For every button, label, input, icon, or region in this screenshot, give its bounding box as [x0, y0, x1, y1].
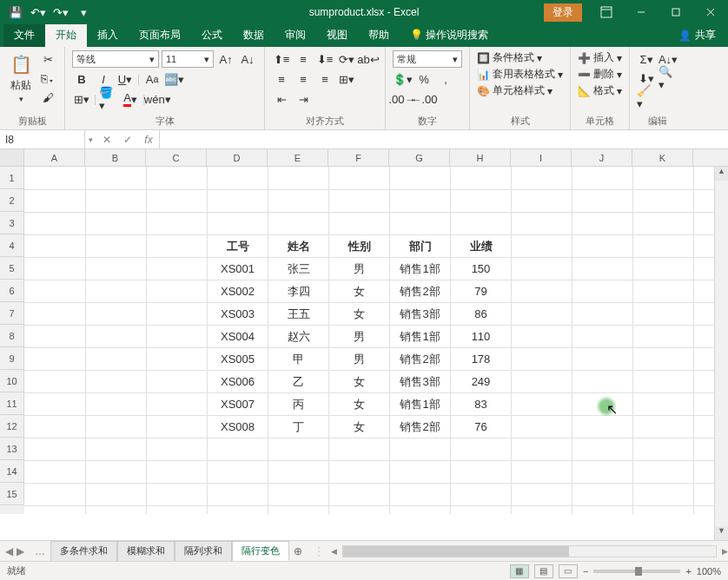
copy-icon[interactable]: ⎘▾	[38, 69, 57, 87]
decrease-decimal-icon[interactable]: ←.00	[414, 90, 433, 108]
grow-font-icon[interactable]: A↑	[216, 50, 235, 68]
autosum-icon[interactable]: Σ▾	[637, 50, 656, 68]
tab-split-handle[interactable]: ⋮	[307, 545, 331, 557]
share-button[interactable]: 👤共享	[666, 23, 728, 47]
redo-icon[interactable]: ↷▾	[54, 5, 68, 19]
add-sheet-button[interactable]: ⊕	[289, 545, 307, 557]
login-button[interactable]: 登录	[544, 3, 582, 22]
sheet-tab-overflow-icon[interactable]: …	[30, 545, 50, 557]
page-layout-view-icon[interactable]: ▤	[534, 564, 553, 578]
conditional-formatting-button[interactable]: 🔲条件格式 ▾	[477, 50, 542, 65]
vertical-scrollbar[interactable]: ▲ ▼	[714, 167, 728, 540]
number-format-select[interactable]: 常规▾	[393, 50, 462, 68]
table-header[interactable]: 性别	[329, 235, 390, 258]
fx-icon[interactable]: fx	[138, 130, 159, 149]
table-cell[interactable]: 86	[451, 303, 512, 326]
phonetic-icon[interactable]: 🔤▾	[164, 70, 183, 88]
table-cell[interactable]: 79	[451, 280, 512, 303]
formula-enter-icon[interactable]: ✓	[117, 130, 138, 149]
column-header[interactable]: G	[389, 149, 450, 166]
table-cell[interactable]: XS005	[208, 348, 268, 371]
format-cells-button[interactable]: 📐格式 ▾	[578, 83, 622, 98]
formula-cancel-icon[interactable]: ✕	[96, 130, 117, 149]
table-cell[interactable]: XS002	[208, 280, 268, 303]
table-cell[interactable]: 销售3部	[390, 303, 451, 326]
column-header[interactable]: H	[450, 149, 511, 166]
table-cell[interactable]: 销售2部	[390, 280, 451, 303]
italic-button[interactable]: I	[94, 70, 113, 88]
format-painter-icon[interactable]: 🖌	[38, 89, 57, 106]
find-icon[interactable]: 🔍▾	[659, 69, 678, 87]
format-as-table-button[interactable]: 📊套用表格格式 ▾	[477, 67, 563, 82]
table-cell[interactable]: 销售2部	[390, 416, 451, 438]
tab-nav-prev-icon[interactable]: ◀	[5, 545, 13, 557]
align-top-icon[interactable]: ⬆≡	[272, 50, 291, 68]
table-cell[interactable]: 110	[451, 326, 512, 348]
normal-view-icon[interactable]: ▦	[510, 564, 529, 578]
row-header[interactable]: 9	[0, 347, 24, 370]
tab-view[interactable]: 视图	[316, 23, 358, 47]
table-cell[interactable]: XS007	[208, 393, 268, 416]
bold-button[interactable]: B	[72, 70, 91, 88]
table-cell[interactable]: 女	[329, 280, 390, 303]
clear-icon[interactable]: 🧹▾	[637, 89, 656, 106]
minimize-icon[interactable]	[624, 0, 659, 24]
align-right-icon[interactable]: ≡	[315, 70, 334, 88]
table-cell[interactable]: 男	[329, 326, 390, 348]
select-all-corner[interactable]	[0, 149, 24, 166]
row-header[interactable]: 13	[0, 438, 24, 460]
table-cell[interactable]: 丁	[268, 416, 329, 438]
table-cell[interactable]: 甲	[268, 348, 329, 371]
hscroll-thumb[interactable]	[343, 546, 569, 557]
name-box[interactable]: I8	[0, 130, 85, 148]
insert-cells-button[interactable]: ➕插入 ▾	[578, 50, 622, 65]
zoom-in-icon[interactable]: +	[685, 566, 691, 577]
table-cell[interactable]: 150	[451, 258, 512, 280]
table-cell[interactable]: XS003	[208, 303, 268, 326]
ruby-guide-icon[interactable]: wén▾	[148, 90, 167, 108]
row-header[interactable]: 3	[0, 212, 24, 234]
tab-tellme[interactable]: 💡 操作说明搜索	[400, 23, 499, 47]
table-cell[interactable]: 丙	[268, 393, 329, 416]
tab-review[interactable]: 审阅	[275, 23, 316, 47]
align-middle-icon[interactable]: ≡	[294, 50, 313, 68]
table-cell[interactable]: 张三	[268, 258, 329, 280]
table-cell[interactable]: 女	[329, 393, 390, 416]
table-cell[interactable]: 女	[329, 371, 390, 393]
row-header[interactable]: 8	[0, 325, 24, 347]
table-cell[interactable]: 男	[329, 258, 390, 280]
sheet-tab[interactable]: 隔列求和	[175, 541, 232, 561]
table-cell[interactable]: 赵六	[268, 326, 329, 348]
close-icon[interactable]	[693, 0, 728, 24]
column-header[interactable]: D	[207, 149, 268, 166]
sheet-tab[interactable]: 隔行变色	[232, 541, 289, 561]
table-header[interactable]: 业绩	[451, 235, 512, 258]
underline-button[interactable]: U▾	[116, 70, 135, 88]
wrap-text-icon[interactable]: ab↩	[359, 50, 378, 68]
scroll-down-icon[interactable]: ▼	[715, 526, 728, 540]
zoom-thumb[interactable]	[635, 567, 642, 576]
font-color-icon[interactable]: A▾	[121, 90, 140, 108]
cut-icon[interactable]: ✂	[38, 50, 57, 68]
table-cell[interactable]: 李四	[268, 280, 329, 303]
scroll-up-icon[interactable]: ▲	[715, 167, 728, 181]
hscroll-right-icon[interactable]: ▶	[722, 547, 728, 556]
row-header[interactable]: 2	[0, 189, 24, 212]
column-header[interactable]: E	[268, 149, 328, 166]
row-header[interactable]: 1	[0, 167, 24, 189]
save-icon[interactable]: 💾	[9, 5, 23, 19]
delete-cells-button[interactable]: ➖删除 ▾	[578, 67, 622, 82]
table-cell[interactable]: 男	[329, 348, 390, 371]
sheet-tab[interactable]: 多条件求和	[50, 541, 117, 561]
tab-formulas[interactable]: 公式	[191, 23, 233, 47]
tab-home[interactable]: 开始	[45, 23, 87, 47]
table-cell[interactable]: XS001	[208, 258, 268, 280]
column-header[interactable]: F	[328, 149, 389, 166]
increase-decimal-icon[interactable]: .00→	[393, 90, 412, 108]
table-cell[interactable]: 178	[451, 348, 512, 371]
shrink-font-icon[interactable]: A↓	[238, 50, 257, 68]
formula-input[interactable]	[160, 138, 728, 142]
align-center-icon[interactable]: ≡	[294, 70, 313, 88]
table-cell[interactable]: 销售1部	[390, 393, 451, 416]
table-cell[interactable]: 王五	[268, 303, 329, 326]
